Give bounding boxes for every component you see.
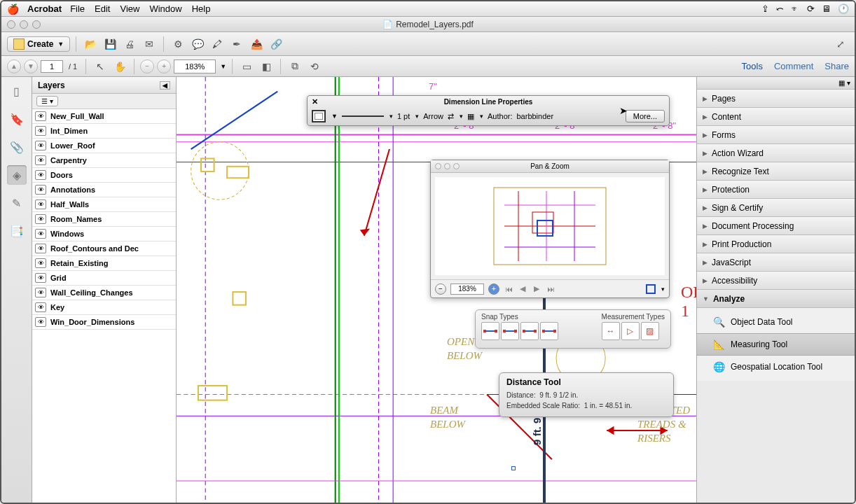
pz-prev-icon[interactable]: ◀ <box>518 284 527 294</box>
menu-window[interactable]: Window <box>149 4 181 14</box>
fullscreen-icon[interactable]: ⤢ <box>832 36 849 52</box>
page-up-button[interactable]: ▲ <box>7 59 21 74</box>
tools-tab[interactable]: Tools <box>742 61 763 71</box>
layer-row[interactable]: 👁Room_Names <box>32 212 176 227</box>
print-icon[interactable]: 🖨 <box>121 36 138 52</box>
refresh-status-icon[interactable]: ⟳ <box>807 4 815 14</box>
display-status-icon[interactable]: 🖥 <box>822 4 831 14</box>
panel-section-analyze[interactable]: ▼Analyze <box>697 290 855 308</box>
rotate-icon[interactable]: ⟲ <box>306 58 323 75</box>
snap-endpoint-icon[interactable] <box>481 322 499 340</box>
layer-row[interactable]: 👁Roof_Contours and Dec <box>32 241 176 256</box>
window-controls[interactable] <box>7 20 41 29</box>
layer-row[interactable]: 👁Grid <box>32 271 176 286</box>
create-button[interactable]: Create▼ <box>7 36 70 52</box>
layer-visibility-icon[interactable]: 👁 <box>35 155 46 165</box>
layer-row[interactable]: 👁Carpentry <box>32 153 176 168</box>
selection-handle[interactable] <box>511 466 516 470</box>
arrow-ends-dropdown[interactable]: ▾ <box>460 113 463 120</box>
layer-row[interactable]: 👁Windows <box>32 227 176 241</box>
highlight-icon[interactable]: 🖍 <box>209 36 226 52</box>
layer-row[interactable]: 👁Retain_Existing <box>32 256 176 271</box>
menu-file[interactable]: File <box>70 4 85 14</box>
layer-row[interactable]: 👁Annotations <box>32 183 176 197</box>
export-icon[interactable]: 📤 <box>248 36 265 52</box>
gear-icon[interactable]: ⚙ <box>170 36 186 52</box>
pz-first-icon[interactable]: ⏮ <box>504 284 513 294</box>
opacity-dropdown[interactable]: ▾ <box>480 113 483 120</box>
panel-section-javascript[interactable]: ▶JavaScript <box>697 253 855 272</box>
pz-viewport-dropdown[interactable]: ▾ <box>661 286 665 293</box>
share-icon[interactable]: 🔗 <box>268 36 284 52</box>
pz-viewport-toggle[interactable] <box>646 284 656 294</box>
layer-visibility-icon[interactable]: 👁 <box>35 185 46 195</box>
panel-section-content[interactable]: ▶Content <box>697 108 855 126</box>
panel-section-protection[interactable]: ▶Protection <box>697 181 855 199</box>
pan-zoom-window[interactable]: Pan & Zoom − + ⏮ ◀ ▶ ⏭ ▾ <box>430 160 670 298</box>
layer-row[interactable]: 👁Key <box>32 300 176 315</box>
layer-row[interactable]: 👁Doors <box>32 168 176 183</box>
layers-options-dropdown[interactable]: ☰ ▾ <box>36 96 58 106</box>
tags-icon[interactable]: 📑 <box>7 221 27 241</box>
analyze-tool-geospatial-location-tool[interactable]: 🌐Geospatial Location Tool <box>697 356 855 378</box>
layer-visibility-icon[interactable]: 👁 <box>35 258 46 268</box>
pz-viewport-rect[interactable] <box>537 220 553 237</box>
layer-visibility-icon[interactable]: 👁 <box>35 200 46 209</box>
sign-icon[interactable]: ✒ <box>228 36 245 52</box>
layer-visibility-icon[interactable]: 👁 <box>35 288 46 298</box>
layer-visibility-icon[interactable]: 👁 <box>35 111 46 121</box>
area-tool-icon[interactable]: ▨ <box>641 322 659 340</box>
pz-zoom-in-button[interactable]: + <box>488 284 499 295</box>
distance-tool-icon[interactable]: ↔ <box>602 322 620 340</box>
sync-status-icon[interactable]: ⤺ <box>776 4 784 14</box>
share-tab[interactable]: Share <box>824 61 849 71</box>
zoom-level-input[interactable] <box>174 59 216 74</box>
snap-midpoint-icon[interactable] <box>501 322 519 340</box>
layer-row[interactable]: 👁Half_Walls <box>32 197 176 212</box>
more-button[interactable]: More... <box>626 110 665 122</box>
layer-row[interactable]: 👁New_Full_Wall <box>32 109 176 124</box>
dropbox-status-icon[interactable]: ⇪ <box>761 4 769 14</box>
pz-thumbnail[interactable] <box>435 177 665 275</box>
app-menu[interactable]: Acrobat <box>27 4 62 14</box>
layers-icon[interactable]: ◈ <box>7 165 27 185</box>
hand-tool-icon[interactable]: ✋ <box>111 58 128 75</box>
layer-row[interactable]: 👁Wall_Ceiling_Changes <box>32 286 176 300</box>
page-down-button[interactable]: ▼ <box>24 59 38 74</box>
panel-section-pages[interactable]: ▶Pages <box>697 90 855 108</box>
layer-row[interactable]: 👁Lower_Roof <box>32 139 176 153</box>
dimension-properties-toolbar[interactable]: ✕Dimension Line Properties ▼ ▾ 1 pt▾ Arr… <box>307 95 670 126</box>
pz-last-icon[interactable]: ⏭ <box>546 284 555 294</box>
close-icon[interactable]: ✕ <box>312 97 318 106</box>
layer-row[interactable]: 👁Win_Door_Dimensions <box>32 315 176 330</box>
pz-window-controls[interactable] <box>435 163 460 169</box>
fit-page-icon[interactable]: ▭ <box>238 58 255 75</box>
open-icon[interactable]: 📂 <box>82 36 99 52</box>
thumbnails-icon[interactable]: ▯ <box>7 81 27 101</box>
fit-width-icon[interactable]: ◧ <box>258 58 275 75</box>
select-tool-icon[interactable]: ↖ <box>92 58 109 75</box>
panel-section-action-wizard[interactable]: ▶Action Wizard <box>697 144 855 162</box>
wifi-status-icon[interactable]: ᯤ <box>791 4 800 14</box>
zoom-in-button[interactable]: + <box>157 59 171 74</box>
bookmarks-icon[interactable]: 🔖 <box>7 109 27 129</box>
menu-help[interactable]: Help <box>192 4 211 14</box>
panel-section-print-production[interactable]: ▶Print Production <box>697 235 855 253</box>
snap-path-icon[interactable] <box>540 322 558 340</box>
analyze-tool-object-data-tool[interactable]: 🔍Object Data Tool <box>697 311 855 333</box>
comment-tab[interactable]: Comment <box>774 61 813 71</box>
layer-visibility-icon[interactable]: 👁 <box>35 317 46 327</box>
layer-visibility-icon[interactable]: 👁 <box>35 302 46 312</box>
color-swatch[interactable] <box>312 110 326 122</box>
analyze-tool-measuring-tool[interactable]: 📐Measuring Tool <box>697 333 855 356</box>
panel-section-forms[interactable]: ▶Forms <box>697 126 855 144</box>
comment-icon[interactable]: 💬 <box>189 36 206 52</box>
attachments-icon[interactable]: 📎 <box>7 137 27 157</box>
opacity-icon[interactable]: ▦ <box>467 112 474 121</box>
apple-menu-icon[interactable]: 🍎 <box>7 4 19 15</box>
layer-row[interactable]: 👁Int_Dimen <box>32 124 176 139</box>
panel-section-sign-certify[interactable]: ▶Sign & Certify <box>697 199 855 217</box>
layer-visibility-icon[interactable]: 👁 <box>35 170 46 180</box>
pz-zoom-input[interactable] <box>450 284 484 295</box>
menu-view[interactable]: View <box>120 4 139 14</box>
